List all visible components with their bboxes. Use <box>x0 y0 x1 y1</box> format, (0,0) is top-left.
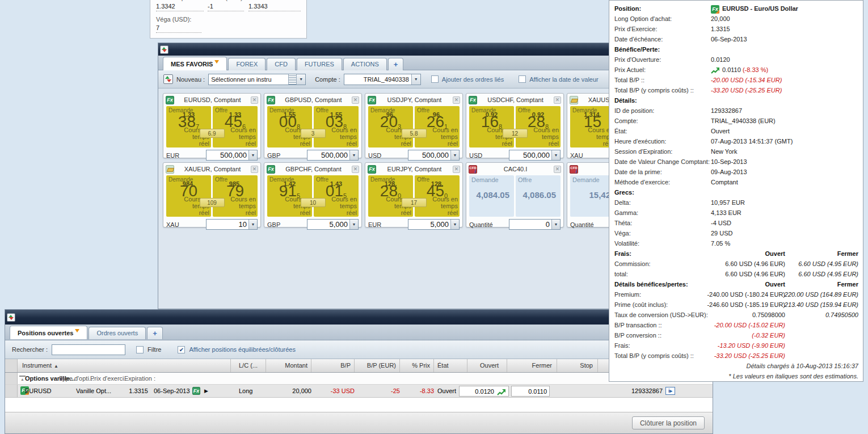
bid-price-button[interactable]: Demande128.280Cours en tempsréel <box>368 175 413 217</box>
price-up-trend-icon <box>711 68 720 74</box>
positions-module-titlebar[interactable] <box>5 310 713 325</box>
new-trade-icon[interactable] <box>163 74 173 84</box>
positions-filter-row: Rechercher : Filtre ✔ Afficher positions… <box>5 340 713 359</box>
tile-close-button[interactable]: ✕ <box>251 166 258 173</box>
bid-price-button[interactable]: Demande4,084.05 <box>469 175 514 217</box>
column-header-b-p[interactable]: B/P <box>311 359 355 372</box>
tile-close-button[interactable]: ✕ <box>453 166 460 173</box>
amount-value[interactable]: 500,000 <box>307 150 349 160</box>
detail-row: Détails chargés à 10-Aug-2013 15:16:37 <box>614 361 858 371</box>
tab-add-tab-button[interactable]: + <box>388 58 404 70</box>
bid-price-button[interactable]: Demande0.92168Cours en tempsréel <box>469 106 514 148</box>
amount-value[interactable]: 10 <box>207 220 248 229</box>
amount-input[interactable]: 10▼ <box>206 219 258 230</box>
column-header-ouvert[interactable]: Ouvert <box>467 359 507 372</box>
position-details-icon[interactable]: i▸ <box>665 387 675 395</box>
tile-close-button[interactable]: ✕ <box>352 96 359 104</box>
amount-value[interactable]: 5,000 <box>408 220 450 229</box>
tab-futures[interactable]: FUTURES <box>297 58 342 70</box>
detail-value: 0.0120 <box>711 54 730 65</box>
account-dropdown-icon[interactable]: ▼ <box>411 74 420 85</box>
detail-row: Taux de conversion (USD->EUR):0.75098000… <box>614 310 858 320</box>
column-header-montant[interactable]: Montant <box>266 359 311 372</box>
position-table-row[interactable]: FxEURUSDVanille Opt...1.331506-Sep-2013F… <box>5 385 713 398</box>
tile-close-button[interactable]: ✕ <box>453 96 460 104</box>
value-date-checkbox[interactable] <box>519 75 526 83</box>
column-header-l-c-[interactable]: L/C (... <box>231 359 266 372</box>
positions-group-row[interactable]: ▲Options vanille...Type d'opti...Prix d'… <box>5 373 713 385</box>
open-price-button[interactable]: 0.0120 <box>459 386 509 397</box>
close-position-button[interactable]: Clôturer la position <box>632 416 705 429</box>
offer-price-button[interactable]: Offre96.261Cours en tempsréel <box>415 106 460 148</box>
instrument-list-icon[interactable] <box>288 74 296 85</box>
tab-positions-ouvertes[interactable]: Positions ouvertes <box>10 326 87 339</box>
offer-price-button[interactable]: Offre128.450Cours en tempsréel <box>415 175 460 217</box>
amount-dropdown-button[interactable]: ▼ <box>551 220 560 229</box>
offer-price-button[interactable]: Offre1.33456Cours en tempsréel <box>213 106 258 148</box>
tile-close-button[interactable]: ✕ <box>352 166 359 173</box>
amount-input[interactable]: 5,000▼ <box>307 219 359 230</box>
bid-price-button[interactable]: Demande1.42915Cours en tempsréel <box>267 175 312 217</box>
bid-price-button[interactable]: Demande96.203Cours en tempsréel <box>368 106 413 148</box>
amount-input[interactable]: 500,000▼ <box>408 150 460 161</box>
bid-price-button[interactable]: Demande1.55008Cours en tempsréel <box>267 106 312 148</box>
detail-row: Date d'échéance:06-Sep-2013 <box>614 34 858 44</box>
amount-input[interactable]: 500,000▼ <box>307 150 359 161</box>
offer-price-button[interactable]: Offre1.43015Cours en tempsréel <box>314 175 359 217</box>
tile-close-button[interactable]: ✕ <box>251 96 258 104</box>
detail-value: FxEURUSD - Euro/US Dollar <box>711 3 798 14</box>
amount-dropdown-button[interactable]: ▼ <box>450 220 459 229</box>
amount-value[interactable]: 5,000 <box>307 220 349 229</box>
column-header-stop[interactable]: Stop <box>557 359 598 372</box>
tile-close-button[interactable]: ✕ <box>554 96 561 104</box>
instrument-dropdown-icon[interactable]: ▼ <box>296 74 305 85</box>
amount-input[interactable]: 500,000▼ <box>509 150 561 161</box>
amount-dropdown-button[interactable]: ▼ <box>248 150 257 160</box>
amount-value[interactable]: 500,000 <box>207 150 248 160</box>
show-balanced-checkbox[interactable]: ✔ <box>178 346 185 353</box>
account-select[interactable]: TRIAL_4940338 ▼ <box>344 74 421 85</box>
close-price-button[interactable]: 0.0110 <box>511 386 550 397</box>
linked-orders-checkbox[interactable] <box>431 75 439 83</box>
bid-price-button[interactable]: Demande1.33387Cours en tempsréel <box>166 106 211 148</box>
amount-dropdown-button[interactable]: ▼ <box>551 150 560 160</box>
bid-price-button[interactable]: Demande984.70Cours en tempsréel <box>166 175 211 217</box>
instrument-select[interactable]: Sélectionner un instru ▼ <box>208 74 306 85</box>
column-header-instrument[interactable]: Instrument▲ <box>18 359 231 372</box>
spread-badge: 6.9 <box>200 129 225 138</box>
row-expand-fx-icon[interactable]: Fx <box>192 387 200 395</box>
tile-close-button[interactable]: ✕ <box>554 166 561 173</box>
amount-input[interactable]: 500,000▼ <box>206 150 258 161</box>
detail-value-text: 129332867 <box>711 107 742 114</box>
amount-dropdown-button[interactable]: ▼ <box>349 150 358 160</box>
tab-add-tab-button[interactable]: + <box>147 327 163 339</box>
offer-price-button[interactable]: Offre0.92288Cours en tempsréel <box>516 106 561 148</box>
filtre-checkbox[interactable] <box>136 346 144 353</box>
row-expand-button[interactable]: ▶ <box>204 385 208 397</box>
offer-price-button[interactable]: Offre985.79Cours en tempsréel <box>213 175 258 217</box>
column-header-b-p-eur-[interactable]: B/P (EUR) <box>355 359 400 372</box>
offer-price-button[interactable]: Offre4,086.05 <box>516 175 561 217</box>
amount-input[interactable]: 5,000▼ <box>408 219 460 230</box>
tab-ordres-ouverts[interactable]: Ordres ouverts <box>89 327 146 339</box>
amount-value[interactable]: 0 <box>509 220 551 229</box>
offer-price-button[interactable]: Offre1.55038Cours en tempsréel <box>314 106 359 148</box>
tab-actions[interactable]: ACTIONS <box>343 58 387 70</box>
tab-forex[interactable]: FOREX <box>228 58 266 70</box>
amount-dropdown-button[interactable]: ▼ <box>450 150 459 160</box>
column-header--tat[interactable]: État <box>434 359 467 372</box>
tab-mes-favoris[interactable]: MES FAVORIS <box>163 57 227 70</box>
detail-row: Frais:-13.20 USD (-9.90 EUR) <box>614 340 858 351</box>
amount-dropdown-button[interactable]: ▼ <box>349 220 358 229</box>
amount-input[interactable]: 0▼ <box>509 219 561 230</box>
fx-instrument-icon: Fx <box>368 96 376 104</box>
column-header-fermer[interactable]: Fermer <box>507 359 557 372</box>
amount-dropdown-button[interactable]: ▼ <box>248 220 257 229</box>
amount-value[interactable]: 500,000 <box>509 150 551 160</box>
amount-value[interactable]: 500,000 <box>408 150 450 160</box>
amount-unit-label: USD <box>368 152 381 159</box>
column-header--prix[interactable]: % Prix <box>400 359 434 372</box>
search-input[interactable] <box>52 344 125 355</box>
tab-cfd[interactable]: CFD <box>267 58 296 70</box>
detail-row: Grecs: <box>614 187 858 197</box>
